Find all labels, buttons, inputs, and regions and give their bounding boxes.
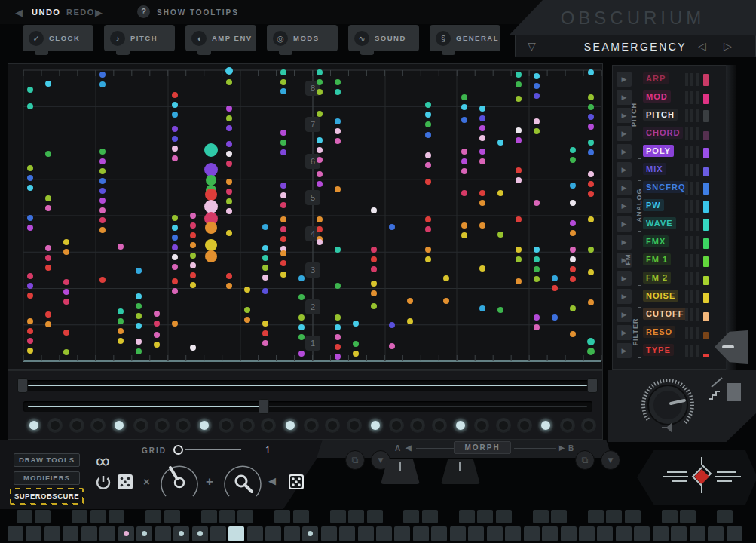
note-dot[interactable] (226, 79, 232, 85)
white-key-15[interactable] (265, 526, 281, 541)
note-dot[interactable] (516, 72, 522, 78)
note-dot[interactable] (317, 226, 323, 232)
note-dot[interactable] (45, 195, 51, 201)
note-dot[interactable] (262, 245, 268, 251)
note-dot[interactable] (190, 345, 196, 351)
tab-sound[interactable]: ∿SOUND (348, 25, 419, 51)
tab-clock[interactable]: ✓CLOCK (23, 25, 93, 51)
param-play-chord[interactable]: ▶ (617, 126, 632, 141)
note-dot[interactable] (335, 79, 341, 85)
note-dot[interactable] (298, 314, 305, 321)
note-dot[interactable] (479, 190, 485, 196)
note-dot[interactable] (335, 314, 341, 321)
note-dot[interactable] (479, 106, 485, 112)
note-dot[interactable] (534, 83, 540, 89)
note-dot[interactable] (136, 313, 142, 319)
param-value-bar[interactable] (703, 312, 709, 321)
note-dot[interactable] (588, 114, 594, 120)
param-play-cutoff[interactable]: ▶ (617, 307, 632, 322)
note-dot[interactable] (136, 268, 142, 274)
note-dot[interactable] (335, 118, 341, 124)
black-key-after-white-12[interactable] (219, 510, 235, 523)
white-key-5[interactable] (81, 526, 97, 541)
step-led-5[interactable] (112, 418, 127, 433)
grid-slider-handle[interactable] (173, 445, 183, 455)
black-key-after-white-34[interactable] (625, 510, 641, 523)
note-dot[interactable] (570, 147, 576, 153)
note-dot[interactable] (588, 191, 594, 197)
note-dot[interactable] (63, 330, 69, 336)
note-dot[interactable] (570, 266, 576, 272)
param-play-noise[interactable]: ▶ (617, 289, 632, 304)
pitch-grid[interactable]: 87654321 (8, 63, 603, 370)
step-led-8[interactable] (176, 418, 191, 433)
note-dot[interactable] (190, 282, 196, 288)
note-dot[interactable] (99, 227, 106, 233)
step-led-6[interactable] (133, 418, 148, 433)
param-label-pitch[interactable]: PITCH (643, 109, 678, 121)
note-dot[interactable] (371, 256, 377, 262)
note-dot[interactable] (335, 283, 341, 289)
param-label-fmx[interactable]: FMX (643, 235, 669, 247)
white-key-36[interactable] (653, 526, 669, 541)
store-b-button[interactable]: ▼ (601, 450, 620, 470)
note-dot[interactable] (461, 117, 467, 123)
param-value-bar[interactable] (703, 293, 709, 303)
black-key-after-white-13[interactable] (237, 510, 253, 523)
black-key-after-white-37[interactable] (680, 510, 696, 523)
white-key-24[interactable] (431, 526, 447, 541)
note-dot[interactable] (335, 186, 341, 192)
black-key-after-white-36[interactable] (662, 510, 678, 523)
param-value-bar[interactable] (703, 131, 709, 140)
note-dot[interactable] (425, 216, 431, 222)
note-dot[interactable] (262, 275, 268, 281)
note-dot[interactable] (244, 307, 250, 313)
note-dot[interactable] (570, 305, 576, 311)
white-key-33[interactable] (597, 526, 613, 541)
step-led-20[interactable] (432, 418, 447, 433)
param-play-reso[interactable]: ▶ (617, 325, 632, 340)
tab-mods[interactable]: ◎MODS (267, 25, 338, 51)
note-dot[interactable] (205, 239, 217, 251)
black-key-after-white-2[interactable] (35, 510, 51, 523)
black-key-after-white-30[interactable] (551, 510, 567, 523)
note-dot[interactable] (63, 349, 69, 355)
loop-slider-left-handle[interactable] (17, 378, 28, 393)
range-slider-handle[interactable] (259, 399, 269, 414)
show-tooltips-toggle[interactable]: SHOW TOOLTIPS (157, 8, 239, 17)
note-dot[interactable] (552, 275, 558, 281)
morph-a-label[interactable]: A (395, 444, 401, 452)
note-dot[interactable] (588, 171, 594, 177)
note-dot[interactable] (27, 225, 33, 231)
note-dot[interactable] (280, 149, 286, 155)
note-dot[interactable] (317, 147, 323, 153)
note-dot[interactable] (516, 127, 522, 133)
white-key-37[interactable] (671, 526, 687, 541)
white-key-22[interactable] (394, 526, 410, 541)
note-dot[interactable] (45, 311, 51, 318)
note-dot[interactable] (371, 303, 377, 309)
note-dot[interactable] (588, 216, 594, 222)
white-key-32[interactable] (579, 526, 595, 541)
note-dot[interactable] (280, 79, 286, 85)
note-dot[interactable] (118, 244, 124, 250)
step-led-15[interactable] (325, 418, 340, 433)
note-dot[interactable] (172, 136, 178, 142)
note-dot[interactable] (262, 255, 268, 261)
step-led-11[interactable] (240, 418, 255, 433)
black-key-after-white-25[interactable] (459, 510, 475, 523)
note-dot[interactable] (226, 283, 232, 289)
note-dot[interactable] (353, 351, 359, 357)
volume-knob[interactable] (608, 370, 756, 442)
superobscure-button[interactable]: SUPEROBSCURE (10, 488, 84, 505)
note-dot[interactable] (534, 314, 540, 321)
white-key-19[interactable] (339, 526, 355, 541)
black-key-after-white-23[interactable] (422, 510, 438, 523)
note-dot[interactable] (172, 225, 178, 231)
note-dot[interactable] (479, 222, 485, 229)
param-label-reso[interactable]: RESO (643, 326, 675, 338)
black-key-after-white-9[interactable] (164, 510, 180, 523)
param-value-bar[interactable] (703, 276, 709, 285)
white-key-29[interactable] (524, 526, 540, 541)
loop-slider-right-handle[interactable] (587, 378, 598, 393)
